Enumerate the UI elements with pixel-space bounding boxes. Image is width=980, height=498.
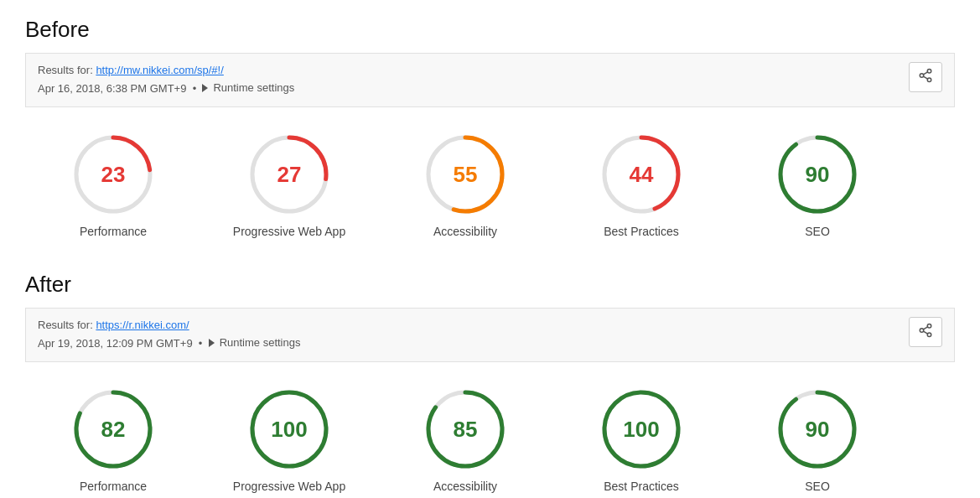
after-score-pwa: 100 Progressive Web App xyxy=(201,387,377,493)
after-score-seo: 90 SEO xyxy=(729,387,905,493)
after-value-accessibility: 85 xyxy=(454,416,478,442)
svg-line-18 xyxy=(923,331,927,334)
before-score-seo: 90 SEO xyxy=(729,132,905,238)
runtime-arrow-icon-after xyxy=(209,339,215,347)
before-label-best-practices: Best Practices xyxy=(604,225,678,238)
before-results-bar: Results for: http://mw.nikkei.com/sp/#!/… xyxy=(25,53,955,107)
after-circle-accessibility: 85 xyxy=(423,387,507,471)
before-share-button[interactable] xyxy=(909,62,942,92)
before-value-best-practices: 44 xyxy=(630,161,654,187)
after-circle-performance: 82 xyxy=(71,387,155,471)
before-url-link[interactable]: http://mw.nikkei.com/sp/#!/ xyxy=(96,64,223,76)
before-section: Before Results for: http://mw.nikkei.com… xyxy=(25,17,955,246)
svg-line-4 xyxy=(923,72,927,75)
after-value-seo: 90 xyxy=(806,416,830,442)
before-score-accessibility: 55 Accessibility xyxy=(377,132,553,238)
after-scores-row: 82 Performance 100 Progressive Web App 8… xyxy=(25,379,955,498)
after-circle-best-practices: 100 xyxy=(599,387,683,471)
after-label-pwa: Progressive Web App xyxy=(233,480,345,493)
after-date: Apr 19, 2018, 12:09 PM GMT+9 xyxy=(38,337,193,350)
after-label-performance: Performance xyxy=(80,480,147,493)
before-circle-seo: 90 xyxy=(775,132,859,216)
before-date: Apr 16, 2018, 6:38 PM GMT+9 xyxy=(38,82,186,95)
before-circle-performance: 23 xyxy=(71,132,155,216)
after-circle-seo: 90 xyxy=(775,387,859,471)
after-url-link[interactable]: https://r.nikkei.com/ xyxy=(96,319,189,331)
after-share-button[interactable] xyxy=(909,317,942,347)
before-circle-best-practices: 44 xyxy=(599,132,683,216)
before-results-info: Results for: http://mw.nikkei.com/sp/#!/… xyxy=(38,62,294,98)
before-label-seo: SEO xyxy=(805,225,830,238)
before-circle-pwa: 27 xyxy=(247,132,331,216)
before-label-performance: Performance xyxy=(80,225,147,238)
after-value-pwa: 100 xyxy=(271,416,307,442)
after-label-accessibility: Accessibility xyxy=(433,480,497,493)
before-label-pwa: Progressive Web App xyxy=(233,225,345,238)
before-label-accessibility: Accessibility xyxy=(433,225,497,238)
after-score-performance: 82 Performance xyxy=(25,387,201,493)
before-score-pwa: 27 Progressive Web App xyxy=(201,132,377,238)
before-value-pwa: 27 xyxy=(277,161,302,187)
share-icon xyxy=(918,68,933,83)
share-icon-after xyxy=(918,323,933,338)
after-title: After xyxy=(25,272,955,298)
before-value-accessibility: 55 xyxy=(454,161,478,187)
svg-line-3 xyxy=(923,76,927,79)
after-runtime: Runtime settings xyxy=(209,335,301,352)
after-section: After Results for: https://r.nikkei.com/… xyxy=(25,272,955,498)
svg-line-19 xyxy=(923,327,927,329)
after-label-best-practices: Best Practices xyxy=(604,480,678,493)
after-score-accessibility: 85 Accessibility xyxy=(377,387,553,493)
after-results-label: Results for: xyxy=(38,319,93,331)
after-circle-pwa: 100 xyxy=(247,387,331,471)
after-value-performance: 82 xyxy=(101,416,126,442)
before-value-performance: 23 xyxy=(101,161,126,187)
before-runtime: Runtime settings xyxy=(202,80,294,97)
after-results-info: Results for: https://r.nikkei.com/ Apr 1… xyxy=(38,317,300,353)
after-results-bar: Results for: https://r.nikkei.com/ Apr 1… xyxy=(25,308,955,362)
before-circle-accessibility: 55 xyxy=(423,132,507,216)
after-score-best-practices: 100 Best Practices xyxy=(553,387,729,493)
before-value-seo: 90 xyxy=(806,161,830,187)
runtime-arrow-icon xyxy=(202,84,208,92)
before-results-label: Results for: xyxy=(38,64,93,76)
after-value-best-practices: 100 xyxy=(623,416,659,442)
before-scores-row: 23 Performance 27 Progressive Web App 55… xyxy=(25,124,955,246)
before-title: Before xyxy=(25,17,955,43)
after-label-seo: SEO xyxy=(805,480,830,493)
before-score-performance: 23 Performance xyxy=(25,132,201,238)
before-score-best-practices: 44 Best Practices xyxy=(553,132,729,238)
